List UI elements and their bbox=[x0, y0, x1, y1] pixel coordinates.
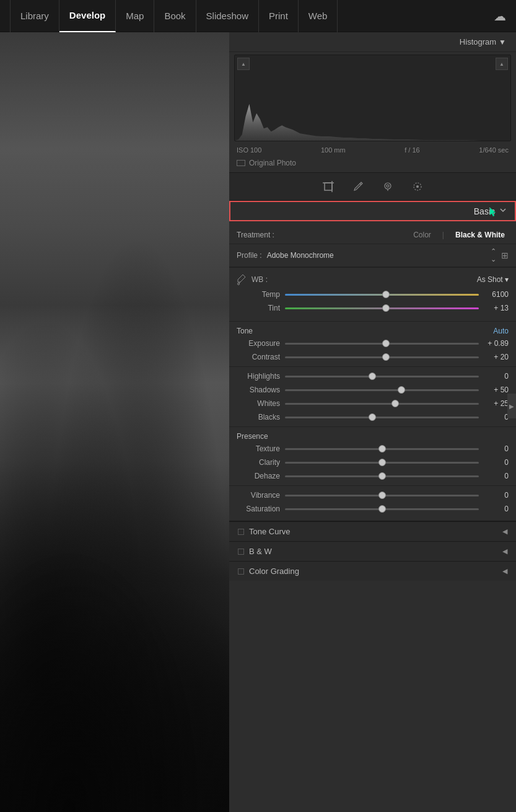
dehaze-thumb[interactable] bbox=[378, 472, 386, 480]
dehaze-slider-row: Dehaze 0 bbox=[229, 469, 516, 483]
clarity-slider-row: Clarity 0 bbox=[229, 456, 516, 469]
exposure-label: Exposure bbox=[237, 339, 280, 348]
clarity-value: 0 bbox=[484, 458, 509, 467]
heal-tool[interactable] bbox=[379, 178, 396, 195]
divider-3 bbox=[229, 426, 516, 427]
wb-row: WB : As Shot ▾ bbox=[229, 271, 516, 288]
profile-grid-icon[interactable]: ⊞ bbox=[501, 250, 509, 260]
shadows-slider-row: Shadows + 50 bbox=[229, 383, 516, 397]
whites-label: Whites bbox=[237, 399, 280, 408]
crop-tool[interactable] bbox=[320, 178, 337, 195]
tone-curve-square bbox=[238, 529, 244, 535]
vibrance-thumb[interactable] bbox=[378, 492, 386, 499]
highlights-track[interactable] bbox=[285, 376, 479, 377]
vibrance-track[interactable] bbox=[285, 495, 479, 496]
nav-map[interactable]: Map bbox=[116, 0, 154, 32]
treatment-row: Treatment : Color | Black & White bbox=[229, 226, 516, 244]
original-photo-icon bbox=[237, 160, 245, 166]
tint-label: Tint bbox=[237, 304, 280, 312]
histogram-clip-left[interactable]: ▲ bbox=[237, 58, 250, 70]
nav-develop[interactable]: Develop bbox=[59, 0, 116, 32]
blacks-track[interactable] bbox=[285, 417, 479, 418]
texture-track[interactable] bbox=[285, 448, 479, 450]
temp-slider-row: Temp 6100 bbox=[229, 288, 516, 301]
exposure-track[interactable] bbox=[285, 343, 479, 345]
tone-subsection: Tone Auto bbox=[229, 324, 516, 337]
contrast-thumb[interactable] bbox=[382, 353, 390, 361]
svg-rect-0 bbox=[325, 183, 332, 190]
whites-thumb[interactable] bbox=[391, 400, 399, 407]
brush-tool[interactable] bbox=[349, 178, 367, 195]
temp-thumb[interactable] bbox=[382, 291, 390, 298]
svg-point-4 bbox=[387, 185, 389, 187]
iso-value: ISO 100 bbox=[237, 146, 261, 154]
texture-label: Texture bbox=[237, 444, 280, 453]
presence-label: Presence bbox=[237, 432, 268, 441]
saturation-slider-row: Saturation 0 bbox=[229, 502, 516, 516]
contrast-track[interactable] bbox=[285, 356, 479, 358]
shadows-track[interactable] bbox=[285, 389, 479, 391]
nav-book[interactable]: Book bbox=[154, 0, 196, 32]
clarity-label: Clarity bbox=[237, 458, 280, 467]
histogram-svg bbox=[235, 55, 510, 141]
basic-arrow bbox=[499, 206, 507, 216]
contrast-label: Contrast bbox=[237, 353, 280, 361]
profile-value[interactable]: Adobe Monochrome bbox=[267, 251, 491, 260]
auto-button[interactable]: Auto bbox=[493, 327, 509, 335]
eyedropper-icon[interactable] bbox=[237, 273, 249, 286]
nav-library[interactable]: Library bbox=[10, 0, 59, 32]
exposure-slider-row: Exposure + 0.89 bbox=[229, 337, 516, 350]
treatment-color[interactable]: Color bbox=[409, 229, 435, 241]
basic-section-header[interactable]: Basic bbox=[229, 201, 516, 221]
texture-value: 0 bbox=[484, 444, 509, 453]
original-photo-label: Original Photo bbox=[249, 159, 296, 167]
radial-tool[interactable] bbox=[409, 178, 426, 195]
histogram-dropdown-icon[interactable]: ▼ bbox=[499, 38, 506, 46]
highlights-label: Highlights bbox=[237, 372, 280, 381]
tint-slider-row: Tint + 13 bbox=[229, 301, 516, 315]
tone-curve-section[interactable]: Tone Curve ◀ bbox=[229, 521, 516, 541]
saturation-thumb[interactable] bbox=[378, 505, 386, 513]
cloud-icon[interactable]: ☁ bbox=[494, 9, 506, 24]
color-grading-title: Color Grading bbox=[249, 567, 299, 576]
histogram-container: ▲ ▲ bbox=[234, 55, 511, 141]
panel-collapse-arrow[interactable]: ▶ bbox=[507, 394, 516, 418]
whites-track[interactable] bbox=[285, 403, 479, 405]
tint-track[interactable] bbox=[285, 307, 479, 309]
histogram-clip-right[interactable]: ▲ bbox=[496, 58, 508, 70]
color-grading-section[interactable]: Color Grading ◀ bbox=[229, 561, 516, 581]
wb-label: WB : bbox=[251, 275, 268, 284]
nav-print[interactable]: Print bbox=[259, 0, 299, 32]
profile-chevron[interactable]: ⌃⌄ bbox=[491, 247, 496, 263]
tone-curve-arrow: ◀ bbox=[502, 527, 507, 536]
profile-row: Profile : Adobe Monochrome ⌃⌄ ⊞ bbox=[229, 244, 516, 267]
shadows-thumb[interactable] bbox=[398, 386, 405, 394]
presence-subsection: Presence bbox=[229, 430, 516, 442]
blacks-label: Blacks bbox=[237, 413, 280, 421]
wb-value[interactable]: As Shot ▾ bbox=[477, 275, 509, 284]
blacks-thumb[interactable] bbox=[369, 413, 376, 421]
saturation-track[interactable] bbox=[285, 508, 479, 510]
blacks-slider-row: Blacks 0 bbox=[229, 410, 516, 424]
nav-web[interactable]: Web bbox=[299, 0, 338, 32]
bw-square bbox=[238, 549, 244, 555]
texture-thumb[interactable] bbox=[378, 445, 386, 452]
aperture-value: f / 16 bbox=[404, 146, 419, 154]
tint-thumb[interactable] bbox=[382, 304, 390, 312]
histogram-title: Histogram bbox=[460, 37, 496, 46]
clarity-track[interactable] bbox=[285, 462, 479, 464]
dehaze-track[interactable] bbox=[285, 475, 479, 477]
profile-label: Profile : bbox=[237, 251, 262, 260]
temp-track[interactable] bbox=[285, 294, 479, 296]
nav-slideshow[interactable]: Slideshow bbox=[196, 0, 259, 32]
exposure-thumb[interactable] bbox=[382, 340, 390, 347]
saturation-value: 0 bbox=[484, 505, 509, 513]
vibrance-value: 0 bbox=[484, 491, 509, 500]
clarity-thumb[interactable] bbox=[378, 459, 386, 466]
saturation-label: Saturation bbox=[237, 505, 280, 513]
original-photo-row[interactable]: Original Photo bbox=[229, 156, 516, 172]
treatment-options: Color | Black & White bbox=[409, 229, 509, 241]
bw-section[interactable]: B & W ◀ bbox=[229, 541, 516, 561]
highlights-thumb[interactable] bbox=[369, 373, 376, 380]
treatment-bw[interactable]: Black & White bbox=[452, 229, 509, 241]
